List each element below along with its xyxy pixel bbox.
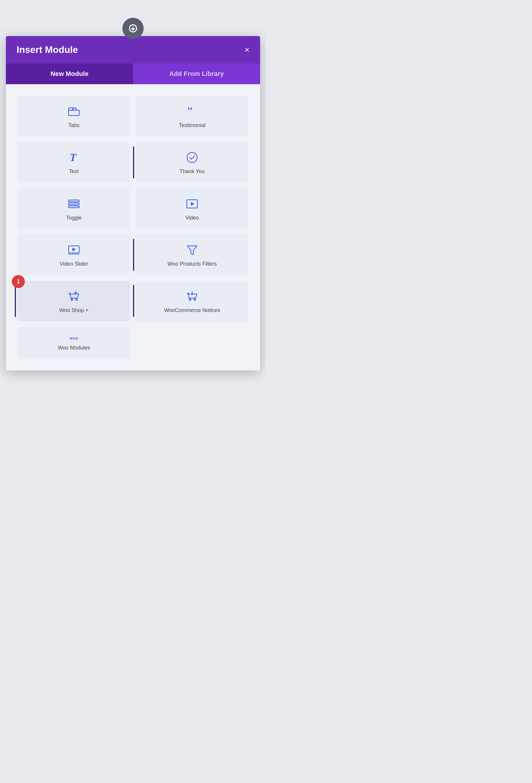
- thankyou-icon: [186, 151, 198, 164]
- module-label-video-slider: Video Slider: [60, 260, 88, 268]
- module-label-woocommerce-notices: WooCommerce Notices: [164, 307, 220, 314]
- module-button-woocommerce-notices[interactable]: WooCommerce Notices: [136, 281, 248, 321]
- module-button-thank-you[interactable]: Thank You: [136, 142, 248, 182]
- svg-point-6: [187, 153, 197, 162]
- module-button-tabs[interactable]: Tabs: [18, 96, 130, 136]
- svg-marker-13: [72, 248, 76, 251]
- module-button-testimonial[interactable]: " Testimonial: [136, 96, 248, 136]
- close-button[interactable]: ×: [245, 46, 249, 54]
- filter-icon: [186, 244, 198, 256]
- svg-rect-8: [69, 203, 79, 205]
- modal-title: Insert Module: [17, 44, 78, 55]
- module-button-video-slider[interactable]: Video Slider: [18, 234, 130, 275]
- toggle-icon: [67, 197, 81, 210]
- top-handle: [122, 18, 144, 39]
- module-label-thank-you: Thank You: [179, 168, 205, 175]
- modal-body: Tabs " Testimonial: [6, 84, 260, 371]
- video-slider-icon: [67, 244, 81, 256]
- svg-rect-7: [69, 200, 79, 202]
- svg-text:T: T: [70, 152, 77, 163]
- svg-point-20: [76, 299, 77, 301]
- svg-point-23: [189, 299, 191, 301]
- modal-tabs: New Module Add From Library: [6, 64, 260, 84]
- module-cell-thank-you: Thank You: [133, 139, 251, 185]
- tabs-icon: [67, 105, 81, 118]
- module-cell-woo-shop-plus: 1 Woo Shop +: [15, 278, 133, 324]
- woo-shop-plus-icon: [67, 290, 81, 303]
- svg-rect-3: [69, 110, 79, 116]
- badge-1: 1: [12, 275, 25, 288]
- svg-point-19: [71, 299, 73, 301]
- svg-marker-11: [191, 202, 194, 206]
- module-button-woo-products-filters[interactable]: Woo Products Filters: [136, 234, 248, 275]
- modal-header: Insert Module ×: [6, 36, 260, 64]
- module-label-woo-modules: Woo Modules: [58, 345, 90, 351]
- insert-module-modal: Insert Module × New Module Add From Libr…: [6, 36, 260, 371]
- svg-text:": ": [187, 105, 193, 117]
- module-label-woo-products-filters: Woo Products Filters: [167, 260, 217, 268]
- module-label-testimonial: Testimonial: [179, 122, 206, 129]
- module-label-video: Video: [185, 215, 199, 221]
- module-cell-text: T Text: [15, 139, 133, 185]
- module-button-video[interactable]: Video: [136, 189, 248, 229]
- module-cell-toggle: Toggle: [15, 186, 133, 232]
- module-cell-video-slider: Video Slider: [15, 232, 133, 278]
- module-cell-woo-products-filters: Woo Products Filters: [133, 232, 251, 278]
- video-icon: [186, 197, 198, 210]
- module-cell-woo-modules: woo Woo Modules: [15, 324, 133, 362]
- testimonial-icon: ": [186, 105, 198, 118]
- module-label-text: Text: [69, 168, 79, 175]
- tab-new-module[interactable]: New Module: [6, 64, 133, 84]
- module-cell-woocommerce-notices: WooCommerce Notices: [133, 278, 251, 324]
- svg-point-24: [194, 299, 196, 301]
- module-button-woo-modules[interactable]: woo Woo Modules: [18, 327, 130, 359]
- tab-add-from-library[interactable]: Add From Library: [133, 64, 260, 84]
- module-cell-video: Video: [133, 186, 251, 232]
- module-cell-tabs: Tabs: [15, 93, 133, 139]
- module-label-tabs: Tabs: [68, 122, 80, 129]
- woo-modules-icon: woo: [70, 336, 78, 340]
- module-button-toggle[interactable]: Toggle: [18, 189, 130, 229]
- module-label-woo-shop-plus: Woo Shop +: [59, 307, 88, 314]
- svg-marker-18: [187, 246, 197, 255]
- svg-rect-9: [69, 206, 79, 208]
- module-cell-testimonial: " Testimonial: [133, 93, 251, 139]
- text-icon: T: [67, 151, 81, 164]
- module-button-woo-shop-plus[interactable]: Woo Shop +: [18, 281, 130, 321]
- module-label-toggle: Toggle: [66, 215, 82, 221]
- woo-notices-icon: [186, 290, 198, 303]
- module-cell-empty: [133, 324, 251, 362]
- module-button-text[interactable]: T Text: [18, 142, 130, 182]
- modules-grid: Tabs " Testimonial: [15, 93, 251, 362]
